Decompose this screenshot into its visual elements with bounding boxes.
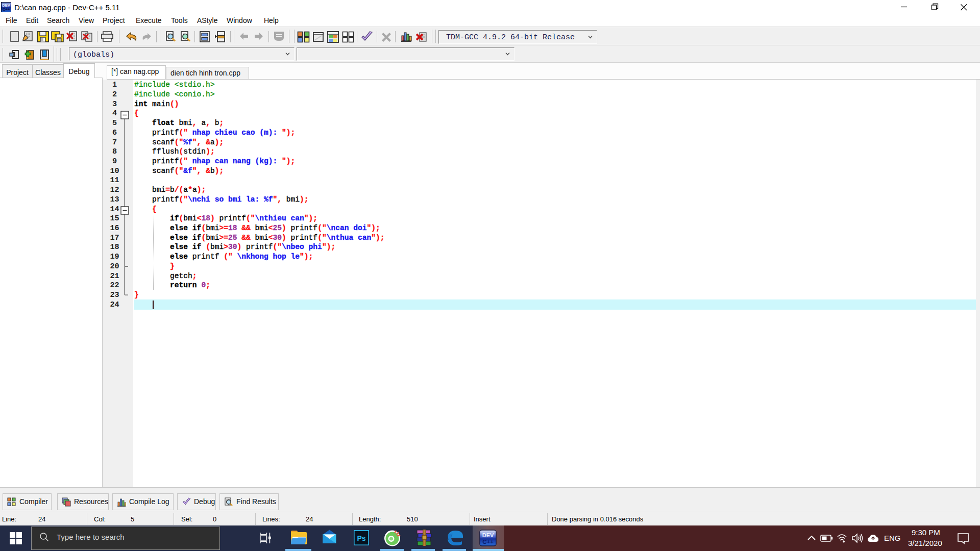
svg-text:Ps: Ps [357,534,365,542]
svg-text:C++: C++ [3,7,10,12]
svg-text:DEV: DEV [482,532,494,538]
svg-text:C++: C++ [482,539,494,545]
